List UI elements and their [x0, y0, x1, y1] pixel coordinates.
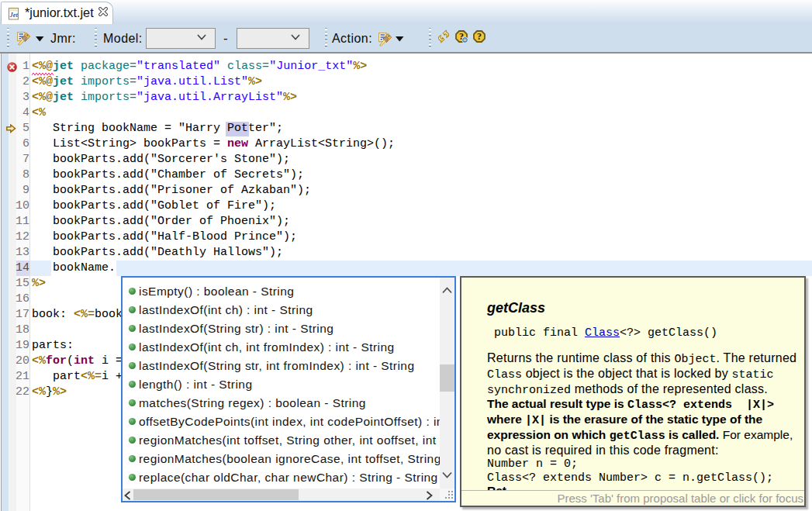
- svg-text:Jet: Jet: [9, 11, 19, 19]
- svg-text:?: ?: [477, 31, 482, 42]
